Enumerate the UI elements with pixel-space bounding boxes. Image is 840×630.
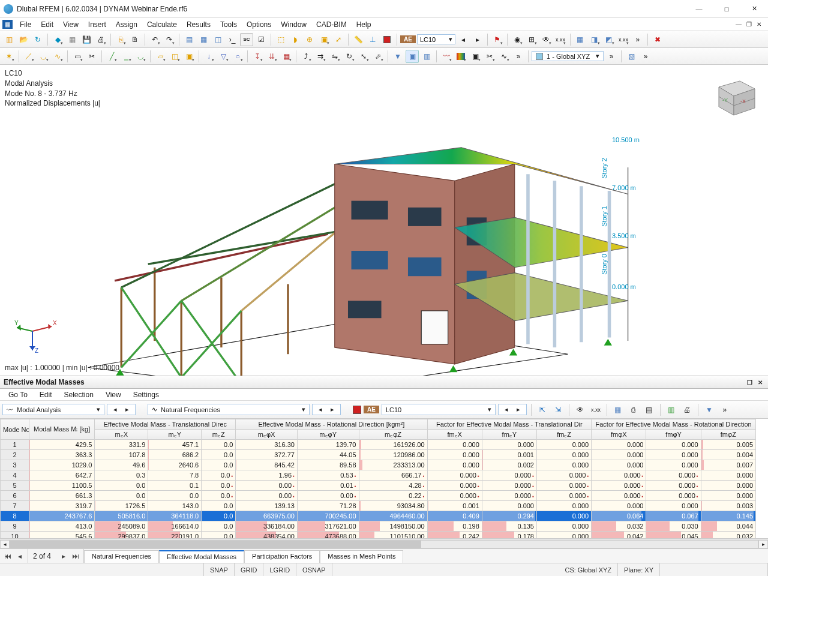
smooth-icon[interactable]: ∿	[497, 50, 511, 63]
open-icon[interactable]: 📂	[17, 33, 30, 46]
table-row[interactable]: 51100.50.00.10.00.000.014.280.0000.0000.…	[1, 481, 756, 491]
panel-overflow-icon[interactable]: »	[718, 403, 731, 416]
table-row[interactable]: 10545.6299837.0220191.00.0438354.0047368…	[1, 532, 756, 539]
lasso-icon[interactable]: ◗	[289, 33, 302, 46]
table-hscroll[interactable]: ◂ ▸	[0, 539, 768, 548]
diagram-icon[interactable]: 〰	[440, 50, 453, 63]
member-icon[interactable]: ╱	[105, 50, 118, 63]
table-row[interactable]: 31029.049.62640.60.0845.4289.58233313.00…	[1, 460, 756, 470]
report-icon[interactable]: 🗎	[128, 33, 142, 46]
view-2-icon[interactable]: ◨	[588, 33, 601, 46]
minimize-button[interactable]: —	[685, 0, 713, 18]
flag-icon[interactable]: ⚑	[491, 33, 504, 46]
status-grid[interactable]: GRID	[235, 563, 264, 576]
menu-calculate[interactable]: Calculate	[142, 19, 182, 30]
analysis-nav[interactable]: ◂▸	[107, 404, 136, 415]
rotate-icon[interactable]: ↻	[343, 50, 356, 63]
options-icon[interactable]: ☑	[254, 33, 268, 46]
load-icon[interactable]: ↓	[202, 50, 215, 63]
table-navigator-icon[interactable]: ▤	[182, 33, 196, 46]
tab-natural-frequencies[interactable]: Natural Frequencies	[84, 550, 159, 563]
panel-restore-button[interactable]: ❐	[745, 378, 754, 386]
render-wire-icon[interactable]: ◉	[511, 33, 524, 46]
filter-icon[interactable]: ▼	[391, 50, 404, 63]
lc-next-icon[interactable]: ▸	[471, 33, 484, 46]
clip2-icon[interactable]: ▥	[420, 50, 433, 63]
result-type-selector[interactable]: ∿ Natural Frequencies ▾	[148, 404, 310, 415]
filter-table-icon[interactable]: ▼	[703, 403, 716, 416]
scroll-track[interactable]	[10, 540, 758, 548]
tab-masses-in-mesh-points[interactable]: Masses in Mesh Points	[320, 550, 403, 563]
table-row[interactable]: 7319.71726.5143.00.0139.1371.2893034.800…	[1, 501, 756, 511]
colgrp-trans[interactable]: Effective Modal Mass - Translational Dir…	[95, 419, 236, 430]
undo-icon[interactable]: ↶	[148, 33, 161, 46]
precision-icon[interactable]: x.xx	[589, 403, 602, 416]
table-row[interactable]: 2363.3107.8686.20.0372.7744.05120986.000…	[1, 450, 756, 460]
menu-view[interactable]: View	[58, 19, 83, 30]
view-1-icon[interactable]: ▦	[574, 33, 587, 46]
export-icon[interactable]: ▥	[665, 403, 678, 416]
workplane-icon[interactable]: ▧	[625, 50, 638, 63]
tab-last-button[interactable]: ⏭	[70, 552, 81, 560]
loadcase-selector[interactable]: ▾	[417, 34, 455, 44]
measure-icon[interactable]: 📏	[352, 33, 365, 46]
color-swatch-icon[interactable]	[380, 33, 394, 46]
col-mode-no[interactable]: Mode No.	[1, 419, 29, 440]
navigation-cube[interactable]: -X -Y	[707, 72, 761, 120]
status-osnap[interactable]: OSNAP	[296, 563, 332, 576]
nodal-load-icon[interactable]: ↧	[251, 50, 264, 63]
copy-icon[interactable]: ⎘	[114, 33, 127, 46]
table-row[interactable]: 4642.70.37.80.01.960.53666.170.0000.0000…	[1, 470, 756, 481]
sync-view-icon[interactable]: ⇲	[551, 403, 565, 416]
dropdown-icon[interactable]: ▾	[302, 406, 305, 413]
print-icon[interactable]: 🖨	[94, 33, 107, 46]
tableopt1-icon[interactable]: ▦	[611, 403, 625, 416]
close-button[interactable]: ✕	[740, 0, 768, 18]
analysis-type-selector[interactable]: 〰 Modal Analysis ▾	[2, 404, 104, 415]
panel-menu-settings[interactable]: Settings	[128, 390, 164, 400]
menu-options[interactable]: Options	[242, 19, 276, 30]
grid-vis-icon[interactable]: ⊞	[525, 33, 538, 46]
menu-edit[interactable]: Edit	[36, 19, 58, 30]
overflow3-icon[interactable]: »	[605, 50, 618, 63]
numbering-icon[interactable]: x.xx	[554, 33, 567, 46]
col-modal-mass[interactable]: Modal Mass Mᵢ [kg]	[29, 419, 94, 440]
dropdown-icon[interactable]: ▾	[449, 35, 452, 43]
beam-icon[interactable]: ⎯	[119, 50, 133, 63]
scroll-left-button[interactable]: ◂	[0, 540, 10, 548]
solid-result-icon[interactable]: ▣	[469, 50, 482, 63]
zoom-icon[interactable]: ⊕	[303, 33, 316, 46]
result-nav[interactable]: ◂▸	[312, 404, 341, 415]
isometric-icon[interactable]: ◩	[602, 33, 616, 46]
table-row[interactable]: 9413.0245089.0166614.00.0336184.00317621…	[1, 521, 756, 532]
copy-move-icon[interactable]: ⇉	[314, 50, 327, 63]
select-region-icon[interactable]: ⬚	[274, 33, 287, 46]
solid-icon[interactable]: ▣	[182, 50, 196, 63]
cut-icon[interactable]: ✂	[483, 50, 496, 63]
surface-icon[interactable]: ▱	[154, 50, 167, 63]
script-icon[interactable]: SC	[240, 33, 253, 46]
model-check-icon[interactable]: ◆	[51, 33, 64, 46]
zoom-window-icon[interactable]: ▣	[317, 33, 331, 46]
table-icon[interactable]: ▦	[197, 33, 210, 46]
table-body[interactable]: 1429.5331.9457.10.0316.30139.70161926.00…	[1, 440, 756, 539]
overflow2-icon[interactable]: »	[512, 50, 525, 63]
dropdown-icon[interactable]: ▾	[488, 406, 491, 413]
rect-icon[interactable]: ▭	[71, 50, 84, 63]
table-row[interactable]: 8243767.6505816.0364118.00.0663975.00700…	[1, 511, 756, 521]
panel-menu-goto[interactable]: Go To	[4, 390, 32, 400]
menu-help[interactable]: Help	[352, 19, 376, 30]
dropdown-icon[interactable]: ▾	[97, 406, 100, 413]
tableopt3-icon[interactable]: ▤	[643, 403, 656, 416]
label-icon[interactable]: x.xx	[617, 33, 630, 46]
results-table[interactable]: Mode No. Modal Mass Mᵢ [kg] Effective Mo…	[0, 419, 756, 538]
clip1-icon[interactable]: ▣	[406, 50, 419, 63]
colgrp-rot[interactable]: Effective Modal Mass - Rotational Direct…	[236, 419, 427, 430]
scroll-right-button[interactable]: ▸	[758, 540, 768, 548]
menu-file[interactable]: File	[15, 19, 36, 30]
tableopt2-icon[interactable]: ⎙	[627, 403, 640, 416]
new-icon[interactable]: ▥	[2, 33, 16, 46]
dropdown-icon[interactable]: ▾	[596, 52, 599, 60]
redo-icon[interactable]: ↷	[163, 33, 176, 46]
area-load-icon[interactable]: ▦	[280, 50, 293, 63]
